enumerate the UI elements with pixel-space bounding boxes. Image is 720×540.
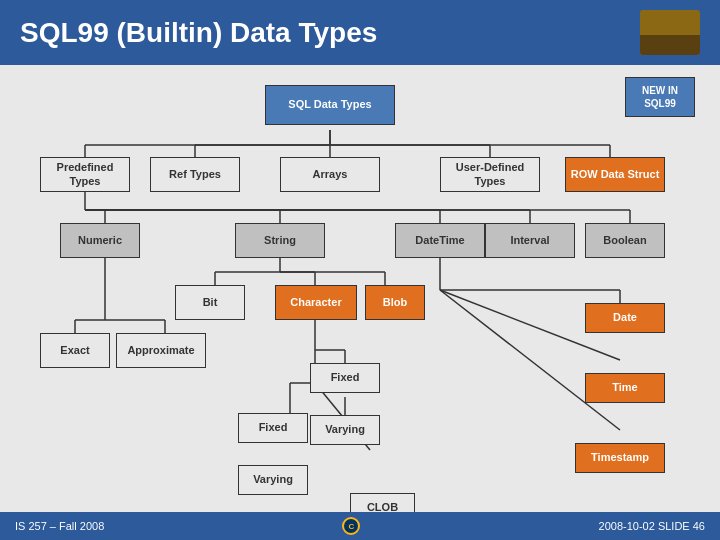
row-data-struct-node: ROW Data Struct (565, 157, 665, 192)
header: SQL99 (Builtin) Data Types (0, 0, 720, 65)
date-node: Date (585, 303, 665, 333)
interval-node: Interval (485, 223, 575, 258)
string-node: String (235, 223, 325, 258)
arrays-node: Arrays (280, 157, 380, 192)
time-node: Time (585, 373, 665, 403)
uc-logo: C (326, 516, 376, 536)
approximate-node: Approximate (116, 333, 206, 368)
timestamp-node: Timestamp (575, 443, 665, 473)
fixed2-node: Fixed (238, 413, 308, 443)
predefined-types-node: Predefined Types (40, 157, 130, 192)
slide: SQL99 (Builtin) Data Types (0, 0, 720, 540)
tree-diagram: NEW IN SQL99 SQL Data Types Predefined T… (20, 75, 700, 505)
footer: IS 257 – Fall 2008 C 2008-10-02 SLIDE 46 (0, 512, 720, 540)
footer-date: 2008-10-02 SLIDE 46 (599, 520, 705, 532)
header-image (640, 10, 700, 55)
user-defined-node: User-Defined Types (440, 157, 540, 192)
content: NEW IN SQL99 SQL Data Types Predefined T… (0, 65, 720, 510)
footer-course: IS 257 – Fall 2008 (15, 520, 104, 532)
blob-node: Blob (365, 285, 425, 320)
uc-circle-icon: C (342, 517, 360, 535)
exact-node: Exact (40, 333, 110, 368)
datetime-node: DateTime (395, 223, 485, 258)
new-badge: NEW IN SQL99 (625, 77, 695, 117)
fixed1-node: Fixed (310, 363, 380, 393)
numeric-node: Numeric (60, 223, 140, 258)
slide-title: SQL99 (Builtin) Data Types (20, 17, 377, 49)
varying2-node: Varying (238, 465, 308, 495)
sql-data-types-node: SQL Data Types (265, 85, 395, 125)
varying1-node: Varying (310, 415, 380, 445)
boolean-node: Boolean (585, 223, 665, 258)
ref-types-node: Ref Types (150, 157, 240, 192)
character-node: Character (275, 285, 357, 320)
bit-node: Bit (175, 285, 245, 320)
